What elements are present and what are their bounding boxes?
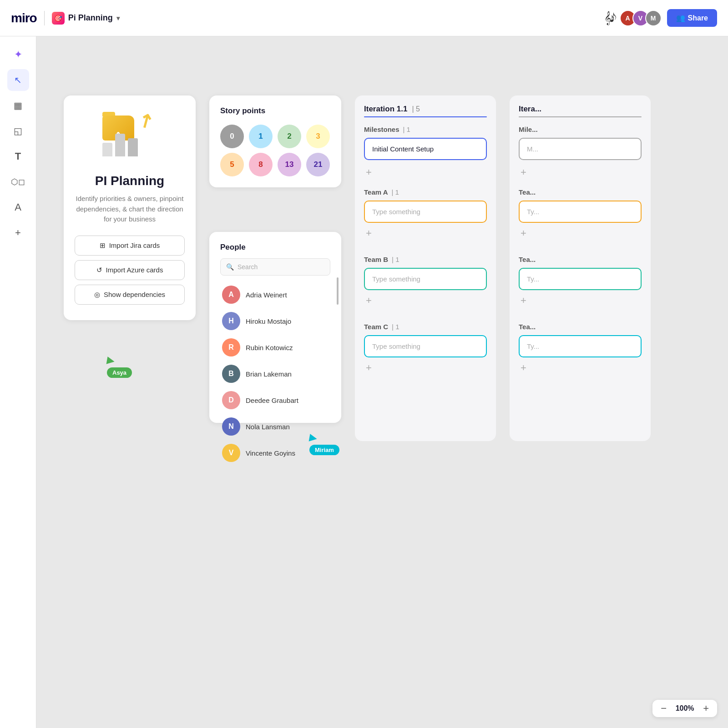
people-item[interactable]: DDeedee Graubart <box>220 387 330 413</box>
import-azure-button[interactable]: ↺ Import Azure cards <box>75 260 185 280</box>
add-milestone-2-button[interactable]: + <box>519 165 528 180</box>
add-milestone-button[interactable]: + <box>364 165 374 180</box>
shapes-icon: ⬡◻ <box>11 177 25 187</box>
add-team-b2-button[interactable]: + <box>519 293 528 308</box>
sp-badge-8[interactable]: 8 <box>249 153 273 176</box>
import-jira-button[interactable]: ⊞ Import Jira cards <box>75 236 185 256</box>
team-b2-card[interactable]: Ty... <box>519 268 642 290</box>
sidebar-item-frames[interactable]: ▦ <box>7 95 29 116</box>
add-team-b-button[interactable]: + <box>364 293 374 308</box>
sidebar-item-shapes[interactable]: ⬡◻ <box>7 171 29 193</box>
miriam-cursor-label: Miriam <box>309 445 339 455</box>
sp-badge-1[interactable]: 1 <box>249 125 273 148</box>
people-name: Vincente Goyins <box>246 449 295 457</box>
iteration-1-column: Iteration 1.1 | 5 Milestones | 1 Initial… <box>355 95 496 441</box>
sidebar-item-font[interactable]: A <box>7 196 29 218</box>
font-icon: A <box>15 201 21 213</box>
add-team-c2-button[interactable]: + <box>519 360 528 376</box>
people-avatar: A <box>222 286 240 304</box>
team-a2-card[interactable]: Ty... <box>519 201 642 223</box>
bar-3 <box>128 138 138 156</box>
team-c-card[interactable]: Type something <box>364 335 487 357</box>
sp-badge-5[interactable]: 5 <box>220 153 244 176</box>
sidebar-item-text[interactable]: T <box>7 146 29 167</box>
project-name[interactable]: 🎯 Pi Planning ▾ <box>52 12 120 25</box>
zoom-out-button[interactable]: − <box>661 703 667 713</box>
show-dependencies-button[interactable]: ◎ Show dependencies <box>75 285 185 305</box>
team-c2-card[interactable]: Ty... <box>519 335 642 357</box>
people-avatar: V <box>222 444 240 462</box>
people-name: Rubin Kotowicz <box>246 344 293 351</box>
iteration-2-divider <box>519 116 642 117</box>
zoom-in-button[interactable]: + <box>703 703 709 713</box>
team-c2-label: Tea... <box>519 323 642 331</box>
sp-badge-21[interactable]: 21 <box>306 153 330 176</box>
iteration-1-header: Iteration 1.1 | 5 <box>364 105 487 114</box>
team-b-card[interactable]: Type something <box>364 268 487 290</box>
add-team-c-button[interactable]: + <box>364 360 374 376</box>
project-name-label: Pi Planning <box>68 13 113 23</box>
topbar: miro 🎯 Pi Planning ▾ 𝄞𝅘𝅥𝅮♪ A V M 👥 Share <box>0 0 728 36</box>
pi-planning-card: ∿ ↗ PI Planning Identify priorities & ow… <box>64 95 196 320</box>
canvas: ∿ ↗ PI Planning Identify priorities & ow… <box>36 36 728 728</box>
sidebar-item-more[interactable]: + <box>7 222 29 244</box>
people-avatar: R <box>222 338 240 356</box>
people-name: Adria Weinert <box>246 291 287 299</box>
share-button[interactable]: 👥 Share <box>667 9 717 27</box>
sparkle-icon: ✦ <box>14 49 22 60</box>
sticky-icon: ◱ <box>14 126 22 136</box>
topbar-left: miro 🎯 Pi Planning ▾ <box>11 11 120 25</box>
team-b2-section: Tea... Ty... + <box>519 256 642 316</box>
iteration-2-title: Itera... <box>519 105 541 114</box>
sp-badge-0[interactable]: 0 <box>220 125 244 148</box>
people-name: Brian Lakeman <box>246 370 292 378</box>
milestone-card[interactable]: Initial Content Setup <box>364 138 487 160</box>
bar-1 <box>102 143 112 156</box>
sp-badge-2[interactable]: 2 <box>278 125 301 148</box>
deps-icon: ◎ <box>94 291 100 299</box>
people-search-box[interactable]: 🔍 Search <box>220 258 330 276</box>
people-item[interactable]: BBrian Lakeman <box>220 361 330 387</box>
milestones-label-2: Mile... <box>519 126 642 133</box>
search-placeholder: Search <box>238 263 258 271</box>
text-icon: T <box>15 151 21 162</box>
frames-icon: ▦ <box>14 100 22 111</box>
iteration-1-divider <box>364 116 487 117</box>
sidebar-item-ai[interactable]: ✦ <box>7 44 29 65</box>
pi-card-title: PI Planning <box>75 174 185 188</box>
sp-badge-13[interactable]: 13 <box>278 153 301 176</box>
arrow-icon: ↗ <box>134 108 157 134</box>
pi-card-illustration: ∿ ↗ <box>75 106 185 166</box>
team-c2-section: Tea... Ty... + <box>519 323 642 384</box>
iteration-2-header: Itera... <box>519 105 642 114</box>
iteration-1-count: | 5 <box>412 105 420 113</box>
people-item[interactable]: RRubin Kotowicz <box>220 335 330 360</box>
sidebar-item-cursor[interactable]: ↖ <box>7 69 29 91</box>
people-avatar: H <box>222 312 240 330</box>
story-points-card: Story points 0123581321 <box>209 95 341 187</box>
asya-cursor-arrow: ▶ <box>106 354 116 367</box>
team-a-section: Team A | 1 Type something + <box>364 188 487 249</box>
topbar-right: 𝄞𝅘𝅥𝅮♪ A V M 👥 Share <box>604 9 717 27</box>
sp-badge-3[interactable]: 3 <box>306 125 330 148</box>
sidebar-item-sticky[interactable]: ◱ <box>7 120 29 142</box>
collab-icons: 𝄞𝅘𝅥𝅮♪ <box>604 11 614 25</box>
share-icon: 👥 <box>676 14 685 22</box>
add-team-a2-button[interactable]: + <box>519 226 528 241</box>
cursor-miriam: ▶ Miriam <box>309 432 339 455</box>
people-item[interactable]: HHiroku Mostajo <box>220 308 330 334</box>
jira-icon: ⊞ <box>100 241 106 250</box>
story-points-grid: 0123581321 <box>220 125 330 176</box>
avatar-user3[interactable]: M <box>645 10 662 26</box>
people-title: People <box>220 243 330 252</box>
iteration-1-title: Iteration 1.1 | 5 <box>364 105 420 114</box>
pi-card-desc: Identify priorities & owners, pinpoint d… <box>75 194 185 225</box>
team-a-card[interactable]: Type something <box>364 201 487 223</box>
asya-cursor-label: Asya <box>107 367 132 378</box>
team-a2-section: Tea... Ty... + <box>519 188 642 249</box>
people-name: Hiroku Mostajo <box>246 317 291 325</box>
add-team-a-button[interactable]: + <box>364 226 374 241</box>
cursor-icon: ↖ <box>14 75 22 85</box>
milestone-card-2[interactable]: M... <box>519 138 642 160</box>
people-item[interactable]: AAdria Weinert <box>220 282 330 307</box>
